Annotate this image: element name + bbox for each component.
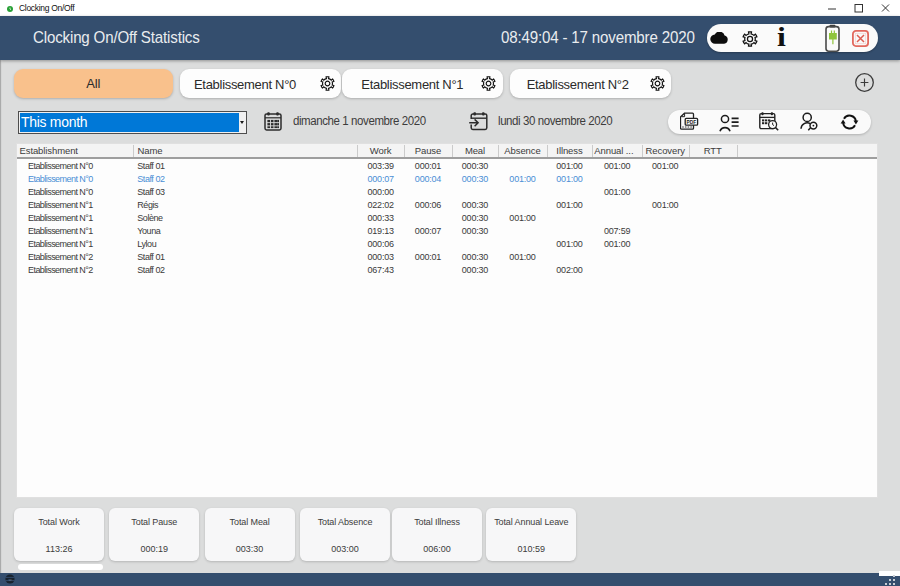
svg-text:PDF: PDF: [687, 120, 697, 125]
